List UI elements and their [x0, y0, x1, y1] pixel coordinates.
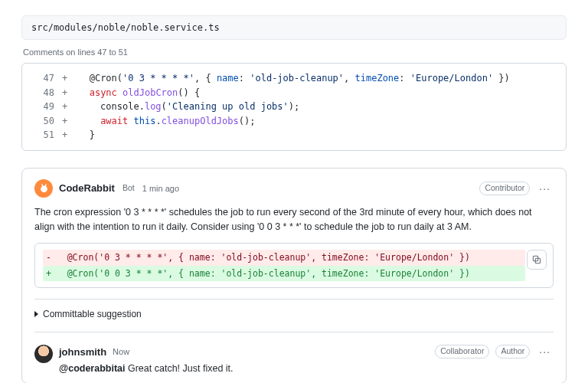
file-path-header[interactable]: src/modules/noble/noble.service.ts: [21, 15, 567, 40]
review-header: CodeRabbit Bot 1 min ago Contributor ···: [34, 179, 554, 198]
copy-suggestion-button[interactable]: [527, 250, 547, 270]
rabbit-icon: [38, 182, 50, 194]
contributor-badge: Contributor: [479, 182, 530, 195]
reply-author[interactable]: johnsmith: [59, 346, 106, 358]
reply-comment: johnsmith Now Collaborator Author ··· @c…: [34, 342, 554, 374]
reply-text: Great catch! Just fixed it.: [126, 363, 234, 374]
review-timestamp: 1 min ago: [142, 184, 179, 193]
bot-badge: Bot: [121, 183, 136, 194]
review-author[interactable]: CodeRabbit: [59, 182, 115, 194]
file-path: src/modules/noble/noble.service.ts: [31, 22, 220, 33]
divider: [34, 299, 554, 300]
code-line: 50+ await this.cleanupOldJobs();: [28, 114, 560, 129]
divider: [34, 332, 554, 332]
author-badge: Author: [495, 345, 530, 358]
diff-added-line: + @Cron('0 0 3 * * *', { name: 'old-job-…: [43, 266, 525, 281]
review-more-button[interactable]: ···: [536, 182, 554, 195]
user-avatar[interactable]: [34, 345, 53, 363]
code-diff-block: 47+ @Cron('0 3 * * * *', { name: 'old-jo…: [21, 63, 567, 151]
code-line: 47+ @Cron('0 3 * * * *', { name: 'old-jo…: [28, 71, 560, 86]
caret-right-icon: [34, 311, 38, 317]
committable-suggestion-toggle[interactable]: Committable suggestion: [34, 309, 554, 319]
committable-label: Committable suggestion: [43, 309, 142, 319]
diff-deleted-line: - @Cron('0 3 * * * *', { name: 'old-job-…: [43, 250, 525, 265]
collaborator-badge: Collaborator: [435, 345, 489, 358]
review-card: CodeRabbit Bot 1 min ago Contributor ···…: [21, 168, 567, 383]
reply-body: @coderabbitai Great catch! Just fixed it…: [59, 363, 554, 374]
reply-mention[interactable]: @coderabbitai: [59, 363, 126, 374]
code-line: 49+ console.log('Cleaning up old jobs');: [28, 100, 560, 114]
comment-range-label: Comments on lines 47 to 51: [23, 47, 565, 57]
reply-header: johnsmith Now Collaborator Author ···: [59, 345, 554, 358]
review-body-text: The cron expression '0 3 * * * *' schedu…: [34, 205, 554, 234]
suggestion-diff: - @Cron('0 3 * * * *', { name: 'old-job-…: [34, 243, 554, 288]
coderabbit-avatar[interactable]: [34, 179, 53, 198]
code-line: 48+ async oldJobCron() {: [28, 86, 560, 100]
reply-timestamp: Now: [113, 347, 129, 356]
code-line: 51+ }: [28, 128, 560, 142]
copy-icon: [531, 254, 542, 265]
reply-more-button[interactable]: ···: [536, 345, 554, 358]
